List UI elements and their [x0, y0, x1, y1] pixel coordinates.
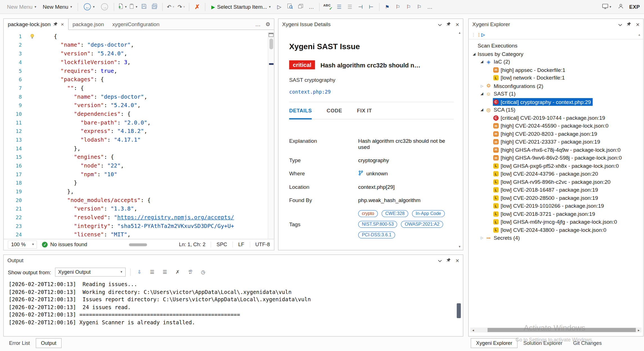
scroll-up-icon[interactable]: ▲	[458, 31, 461, 34]
code-line[interactable]: 2 "name": "deps-doctor",	[4, 41, 268, 49]
spell-check-button[interactable]: ABC ✓	[322, 2, 333, 12]
editor-settings-gear-icon[interactable]: ⚙	[265, 21, 270, 27]
document-health-indicator[interactable]: ✓ No issues found	[42, 242, 87, 247]
code-line[interactable]: 3 "version": "5.24.0",	[4, 49, 268, 58]
run-without-debug-button[interactable]: ▷	[274, 2, 284, 12]
code-line[interactable]: 15 "engines": {	[4, 153, 268, 161]
scroll-down-icon[interactable]: ▼	[458, 245, 461, 248]
scrollbar-thumb[interactable]	[269, 39, 273, 49]
quick-actions-lightbulb-icon[interactable]	[27, 32, 37, 41]
encoding[interactable]: UTF-8	[255, 242, 270, 247]
tree-item[interactable]: H[high] GHSA-9wv6-86v2-598j - package-lo…	[469, 154, 643, 162]
tab-package-lock-json[interactable]: package-lock.json ×	[4, 19, 68, 30]
code-line[interactable]: 9 "version": "5.24.0",	[4, 101, 268, 110]
tree-item[interactable]: C[critical] cryptography - context.php:2…	[469, 98, 643, 106]
chevron-down-icon[interactable]	[438, 21, 442, 28]
goto-end-icon[interactable]: ⇩	[135, 268, 144, 277]
issue-tab-fix-it[interactable]: FIX IT	[357, 102, 372, 119]
tree-item[interactable]: L[low] GHSA-rv95-896h-c2vc - package.jso…	[469, 178, 643, 186]
output-scrollbar-thumb[interactable]	[457, 303, 461, 318]
toolbar-overflow-button-2[interactable]: …	[425, 2, 435, 12]
list-lines-icon-2[interactable]: ☰	[160, 268, 169, 277]
output-source-dropdown[interactable]: Xygeni Output ▾	[55, 268, 125, 277]
chevron-down-icon[interactable]	[618, 21, 622, 28]
code-line[interactable]: 16 "node": "22",	[4, 161, 268, 170]
tree-item[interactable]: L[low] GHSA-pxg6-pf52-xh8x - package-loc…	[469, 162, 643, 170]
next-bookmark-button[interactable]: ⚐	[404, 2, 413, 12]
scroll-up-icon[interactable]: ▲	[638, 33, 641, 36]
code-line[interactable]: 5 "requires": true,	[4, 67, 268, 75]
tree-item[interactable]: ▷•••Secrets (4)	[469, 234, 643, 242]
tab-error-list[interactable]: Error List	[4, 338, 35, 348]
code-line[interactable]: 22 "resolved": "https://registry.npmjs.o…	[4, 213, 268, 222]
expanded-arrow-icon[interactable]: ◢	[479, 108, 485, 112]
code-line[interactable]: 21 "version": "1.3.8",	[4, 204, 268, 213]
collapsed-arrow-icon[interactable]: ▷	[479, 84, 485, 88]
tree-item[interactable]: H[high] appsec - Dockerfile:1	[469, 66, 643, 74]
pin-icon[interactable]	[53, 21, 58, 27]
start-debug-button[interactable]: ▶ Select Startup Item... ▾	[208, 3, 274, 11]
code-line[interactable]: 1{	[4, 32, 268, 41]
expanded-arrow-icon[interactable]: ◢	[479, 92, 485, 96]
indent-decrease-button[interactable]: ⊣	[355, 2, 365, 12]
close-icon[interactable]: ×	[456, 21, 459, 28]
paste-button[interactable]: ▾	[128, 2, 138, 12]
word-wrap-icon[interactable]: ab ↩	[186, 268, 195, 277]
tree-item[interactable]: L[low] CVE-2018-16487 - package.json:19	[469, 186, 643, 194]
explorer-horizontal-scrollbar[interactable]: ◂ ▸	[470, 327, 641, 332]
code-line[interactable]: 20 "node_modules/accepts": {	[4, 196, 268, 205]
horizontal-scrollbar[interactable]	[92, 243, 174, 247]
expanded-arrow-icon[interactable]: ◢	[479, 60, 485, 64]
clear-bookmarks-button[interactable]: ⚐	[414, 2, 424, 12]
cursor-position[interactable]: Ln: 1, Ch: 2	[179, 242, 205, 247]
history-clock-icon[interactable]: ◷	[199, 268, 208, 277]
code-line[interactable]: 14 },	[4, 144, 268, 153]
code-line[interactable]: 24 "license": "MIT",	[4, 230, 268, 239]
tree-item[interactable]: Scan Executions	[469, 42, 643, 50]
horizontal-scrollbar-thumb[interactable]	[129, 243, 147, 246]
tab-solution-explorer[interactable]: Solution Explorer	[519, 338, 568, 348]
tree-item[interactable]: L[low] network - Dockerfile:1	[469, 74, 643, 82]
collapsed-arrow-icon[interactable]: ▷	[479, 236, 485, 240]
tree-item[interactable]: ▷⚙Misconfigurations (2)	[469, 82, 643, 90]
find-in-files-button[interactable]	[285, 2, 295, 12]
close-icon[interactable]: ×	[456, 257, 459, 264]
eol-mode[interactable]: LF	[238, 242, 244, 247]
expanded-arrow-icon[interactable]: ◢	[471, 52, 477, 56]
split-window-icon[interactable]	[269, 33, 274, 37]
window-layout-button[interactable]	[296, 2, 306, 12]
tab-output[interactable]: Output	[36, 338, 62, 348]
code-line[interactable]: 6 "packages": {	[4, 75, 268, 84]
navigate-forward-button[interactable]: →	[98, 2, 111, 12]
list-lines-icon[interactable]: ☰	[148, 268, 157, 277]
toolbar-overflow-button[interactable]: …	[307, 2, 316, 12]
tree-item[interactable]: H[high] GHSA-rhx6-c78j-4q9w - package-lo…	[469, 146, 643, 154]
editor-scrollbar[interactable]	[268, 32, 274, 239]
pin-icon[interactable]	[447, 257, 451, 264]
scroll-left-icon[interactable]: ◂	[470, 328, 476, 332]
code-line[interactable]: 11 "bare-path": "2.0.0",	[4, 118, 268, 127]
scrollbar-thumb[interactable]	[488, 328, 636, 332]
chevron-down-icon[interactable]	[438, 257, 442, 264]
save-button[interactable]	[139, 2, 149, 12]
issue-tab-details[interactable]: DETAILS	[289, 102, 312, 119]
tree-item[interactable]: L[low] CVE-2019-1010266 - package.json:1…	[469, 202, 643, 210]
tree-item[interactable]: L[low] GHSA-m6fv-jmcg-4jfg - package-loc…	[469, 218, 643, 226]
indent-mode[interactable]: SPC	[217, 242, 227, 247]
code-line[interactable]: 13 "lodash": "4.17.1"	[4, 135, 268, 144]
code-line[interactable]: 19 },	[4, 187, 268, 196]
toggle-bookmark-button[interactable]: ⚑	[382, 2, 392, 12]
indent-increase-button[interactable]: ⊢	[366, 2, 376, 12]
navigate-back-button[interactable]: ← ▾	[81, 2, 97, 12]
code-line[interactable]: 7 "": {	[4, 84, 268, 92]
save-all-button[interactable]	[150, 2, 159, 12]
xygeni-scan-button[interactable]: ⋮ ▷	[477, 32, 485, 37]
code-line[interactable]: 17 "npm": "10"	[4, 170, 268, 179]
tree-item[interactable]: ◢☺SAST (1)	[469, 90, 643, 98]
tab-xygeni-explorer[interactable]: Xygeni Explorer	[471, 338, 518, 348]
code-line[interactable]: 18 }	[4, 178, 268, 187]
menu-new-1[interactable]: New Menu ▾	[4, 3, 39, 11]
code-line[interactable]: 8 "name": "deps-doctor",	[4, 92, 268, 101]
xygeni-logo-button[interactable]: ✗	[192, 2, 202, 12]
scroll-right-icon[interactable]: ▸	[636, 328, 641, 332]
